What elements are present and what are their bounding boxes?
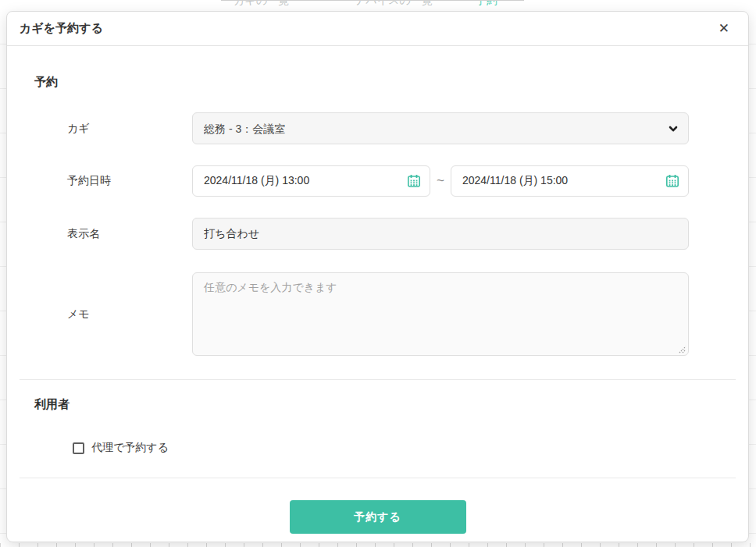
memo-field-label: メモ xyxy=(67,307,192,321)
footer-divider xyxy=(20,478,736,478)
tab-device-list[interactable]: デバイスの一覧 xyxy=(355,0,433,6)
users-section-heading: 利用者 xyxy=(34,397,748,412)
datetime-range-separator: ~ xyxy=(430,173,451,189)
display-name-field-row: 表示名 xyxy=(7,218,748,250)
key-select-wrap: 総務 - 3：会議室 xyxy=(192,112,689,144)
close-icon[interactable]: ✕ xyxy=(715,19,733,38)
background-tabs: カギの一覧 デバイスの一覧 予約 xyxy=(221,0,524,6)
key-field-row: カギ 総務 - 3：会議室 xyxy=(7,112,748,144)
end-datetime-wrap xyxy=(451,165,689,197)
memo-textarea[interactable] xyxy=(192,272,689,356)
datetime-field-label: 予約日時 xyxy=(67,174,192,188)
end-datetime-input[interactable] xyxy=(451,165,689,197)
tab-key-list[interactable]: カギの一覧 xyxy=(234,0,289,6)
calendar-icon[interactable] xyxy=(665,173,680,189)
key-field-label: カギ xyxy=(67,122,192,136)
memo-field-row: メモ xyxy=(7,272,748,356)
datetime-group: ~ xyxy=(192,165,689,197)
proxy-checkbox-row: 代理で予約する xyxy=(73,441,748,455)
section-divider xyxy=(20,379,736,380)
display-name-input[interactable] xyxy=(192,218,689,250)
display-name-field-label: 表示名 xyxy=(67,227,192,241)
modal-header: カギを予約する ✕ xyxy=(7,12,748,46)
proxy-checkbox-label: 代理で予約する xyxy=(91,441,169,455)
reserve-submit-button[interactable]: 予約する xyxy=(290,500,466,534)
submit-area: 予約する xyxy=(7,500,748,534)
start-datetime-wrap xyxy=(192,165,430,197)
start-datetime-input[interactable] xyxy=(192,165,430,197)
reservation-section-heading: 予約 xyxy=(34,75,748,90)
resize-handle-icon[interactable] xyxy=(678,345,686,353)
proxy-reserve-checkbox[interactable] xyxy=(73,442,84,454)
datetime-field-row: 予約日時 ~ xyxy=(7,165,748,197)
calendar-icon[interactable] xyxy=(406,173,422,189)
display-name-wrap xyxy=(192,218,689,250)
tab-reservation[interactable]: 予約 xyxy=(476,0,497,6)
reserve-key-modal: カギを予約する ✕ 予約 カギ 総務 - 3：会議室 予約日時 xyxy=(6,11,749,542)
modal-title: カギを予約する xyxy=(20,21,715,36)
background-time-ticks xyxy=(0,543,756,547)
key-select[interactable]: 総務 - 3：会議室 xyxy=(192,112,689,144)
memo-wrap xyxy=(192,272,689,356)
